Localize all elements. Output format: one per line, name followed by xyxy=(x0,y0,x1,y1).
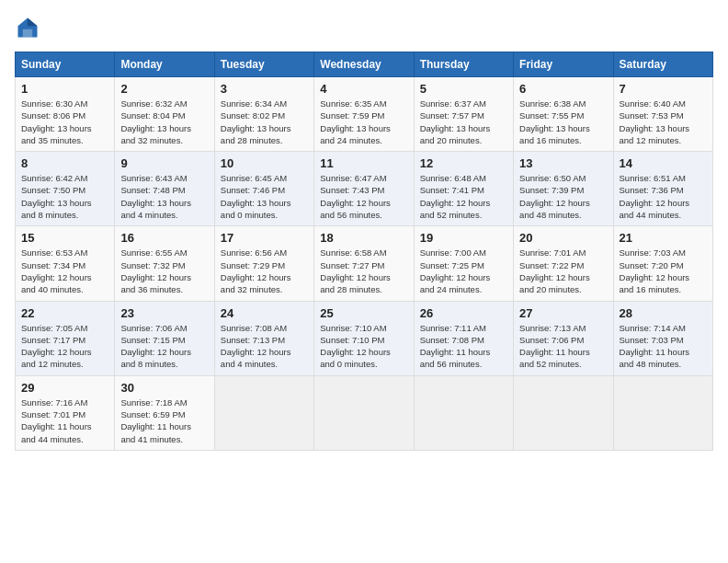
day-number: 9 xyxy=(120,156,208,170)
day-number: 18 xyxy=(320,231,407,245)
calendar-table: SundayMondayTuesdayWednesdayThursdayFrid… xyxy=(15,52,713,451)
calendar-cell: 16Sunrise: 6:55 AM Sunset: 7:32 PM Dayli… xyxy=(115,226,214,301)
day-number: 3 xyxy=(221,82,308,96)
day-info: Sunrise: 7:18 AM Sunset: 6:59 PM Dayligh… xyxy=(120,396,208,445)
day-info: Sunrise: 7:01 AM Sunset: 7:22 PM Dayligh… xyxy=(519,247,607,295)
day-number: 12 xyxy=(420,156,507,170)
day-number: 4 xyxy=(320,82,407,96)
calendar-cell xyxy=(314,375,414,450)
day-number: 23 xyxy=(120,306,208,320)
day-info: Sunrise: 6:37 AM Sunset: 7:57 PM Dayligh… xyxy=(420,98,507,146)
day-number: 20 xyxy=(519,231,607,245)
day-info: Sunrise: 6:50 AM Sunset: 7:39 PM Dayligh… xyxy=(519,172,607,221)
day-number: 19 xyxy=(420,231,507,245)
calendar-cell: 18Sunrise: 6:58 AM Sunset: 7:27 PM Dayli… xyxy=(314,226,414,301)
calendar-cell: 4Sunrise: 6:35 AM Sunset: 7:59 PM Daylig… xyxy=(314,77,414,152)
col-header-saturday: Saturday xyxy=(613,52,712,77)
day-number: 8 xyxy=(21,156,108,170)
col-header-wednesday: Wednesday xyxy=(314,52,414,77)
day-number: 22 xyxy=(21,306,108,320)
day-info: Sunrise: 6:43 AM Sunset: 7:48 PM Dayligh… xyxy=(120,172,208,221)
calendar-cell xyxy=(613,375,712,450)
day-info: Sunrise: 6:35 AM Sunset: 7:59 PM Dayligh… xyxy=(320,98,407,146)
col-header-sunday: Sunday xyxy=(16,52,115,77)
day-number: 10 xyxy=(221,156,308,170)
calendar-week-row: 1Sunrise: 6:30 AM Sunset: 8:06 PM Daylig… xyxy=(16,77,713,152)
calendar-cell: 9Sunrise: 6:43 AM Sunset: 7:48 PM Daylig… xyxy=(115,152,214,226)
day-number: 26 xyxy=(420,306,507,320)
day-info: Sunrise: 7:06 AM Sunset: 7:15 PM Dayligh… xyxy=(120,322,208,371)
calendar-cell: 11Sunrise: 6:47 AM Sunset: 7:43 PM Dayli… xyxy=(314,152,414,226)
calendar-cell: 8Sunrise: 6:42 AM Sunset: 7:50 PM Daylig… xyxy=(16,152,115,226)
day-info: Sunrise: 6:47 AM Sunset: 7:43 PM Dayligh… xyxy=(320,172,407,221)
day-number: 6 xyxy=(519,82,607,96)
calendar-cell: 24Sunrise: 7:08 AM Sunset: 7:13 PM Dayli… xyxy=(214,301,313,375)
day-number: 5 xyxy=(420,82,507,96)
col-header-tuesday: Tuesday xyxy=(214,52,313,77)
day-number: 24 xyxy=(221,306,308,320)
calendar-cell: 14Sunrise: 6:51 AM Sunset: 7:36 PM Dayli… xyxy=(613,152,712,226)
calendar-cell: 30Sunrise: 7:18 AM Sunset: 6:59 PM Dayli… xyxy=(115,375,214,450)
calendar-week-row: 15Sunrise: 6:53 AM Sunset: 7:34 PM Dayli… xyxy=(16,226,713,301)
day-info: Sunrise: 6:53 AM Sunset: 7:34 PM Dayligh… xyxy=(21,247,108,295)
calendar-cell: 7Sunrise: 6:40 AM Sunset: 7:53 PM Daylig… xyxy=(613,77,712,152)
day-info: Sunrise: 6:34 AM Sunset: 8:02 PM Dayligh… xyxy=(221,98,308,146)
day-number: 25 xyxy=(320,306,407,320)
calendar-cell: 29Sunrise: 7:16 AM Sunset: 7:01 PM Dayli… xyxy=(16,375,115,450)
calendar-cell xyxy=(214,375,313,450)
calendar-cell: 5Sunrise: 6:37 AM Sunset: 7:57 PM Daylig… xyxy=(414,77,513,152)
calendar-cell: 26Sunrise: 7:11 AM Sunset: 7:08 PM Dayli… xyxy=(414,301,513,375)
logo xyxy=(15,15,44,40)
day-info: Sunrise: 6:45 AM Sunset: 7:46 PM Dayligh… xyxy=(221,172,308,221)
calendar-week-row: 22Sunrise: 7:05 AM Sunset: 7:17 PM Dayli… xyxy=(16,301,713,375)
calendar-cell: 1Sunrise: 6:30 AM Sunset: 8:06 PM Daylig… xyxy=(16,77,115,152)
col-header-monday: Monday xyxy=(115,52,214,77)
day-number: 17 xyxy=(221,231,308,245)
day-info: Sunrise: 6:30 AM Sunset: 8:06 PM Dayligh… xyxy=(21,98,108,146)
day-info: Sunrise: 6:58 AM Sunset: 7:27 PM Dayligh… xyxy=(320,247,407,295)
calendar-cell: 12Sunrise: 6:48 AM Sunset: 7:41 PM Dayli… xyxy=(414,152,513,226)
day-number: 11 xyxy=(320,156,407,170)
day-info: Sunrise: 7:14 AM Sunset: 7:03 PM Dayligh… xyxy=(620,322,707,371)
col-header-friday: Friday xyxy=(514,52,613,77)
day-info: Sunrise: 7:13 AM Sunset: 7:06 PM Dayligh… xyxy=(519,322,607,371)
calendar-week-row: 29Sunrise: 7:16 AM Sunset: 7:01 PM Dayli… xyxy=(16,375,713,450)
day-number: 16 xyxy=(120,231,208,245)
calendar-cell: 3Sunrise: 6:34 AM Sunset: 8:02 PM Daylig… xyxy=(214,77,313,152)
calendar-cell: 6Sunrise: 6:38 AM Sunset: 7:55 PM Daylig… xyxy=(514,77,613,152)
day-number: 14 xyxy=(620,156,707,170)
day-info: Sunrise: 6:42 AM Sunset: 7:50 PM Dayligh… xyxy=(21,172,108,221)
calendar-cell: 13Sunrise: 6:50 AM Sunset: 7:39 PM Dayli… xyxy=(514,152,613,226)
calendar-cell: 28Sunrise: 7:14 AM Sunset: 7:03 PM Dayli… xyxy=(613,301,712,375)
col-header-thursday: Thursday xyxy=(414,52,513,77)
day-info: Sunrise: 6:56 AM Sunset: 7:29 PM Dayligh… xyxy=(221,247,308,295)
calendar-cell: 10Sunrise: 6:45 AM Sunset: 7:46 PM Dayli… xyxy=(214,152,313,226)
calendar-cell: 17Sunrise: 6:56 AM Sunset: 7:29 PM Dayli… xyxy=(214,226,313,301)
day-number: 21 xyxy=(620,231,707,245)
logo-icon xyxy=(15,15,40,40)
calendar-cell: 25Sunrise: 7:10 AM Sunset: 7:10 PM Dayli… xyxy=(314,301,414,375)
calendar-week-row: 8Sunrise: 6:42 AM Sunset: 7:50 PM Daylig… xyxy=(16,152,713,226)
day-number: 15 xyxy=(21,231,108,245)
calendar-cell: 2Sunrise: 6:32 AM Sunset: 8:04 PM Daylig… xyxy=(115,77,214,152)
day-info: Sunrise: 7:16 AM Sunset: 7:01 PM Dayligh… xyxy=(21,396,108,445)
calendar-cell: 22Sunrise: 7:05 AM Sunset: 7:17 PM Dayli… xyxy=(16,301,115,375)
day-info: Sunrise: 6:55 AM Sunset: 7:32 PM Dayligh… xyxy=(120,247,208,295)
day-info: Sunrise: 7:00 AM Sunset: 7:25 PM Dayligh… xyxy=(420,247,507,295)
calendar-cell: 20Sunrise: 7:01 AM Sunset: 7:22 PM Dayli… xyxy=(514,226,613,301)
day-number: 1 xyxy=(21,82,108,96)
day-number: 30 xyxy=(120,381,208,395)
day-number: 2 xyxy=(120,82,208,96)
calendar-cell: 27Sunrise: 7:13 AM Sunset: 7:06 PM Dayli… xyxy=(514,301,613,375)
day-info: Sunrise: 6:32 AM Sunset: 8:04 PM Dayligh… xyxy=(120,98,208,146)
day-number: 13 xyxy=(519,156,607,170)
calendar-cell: 15Sunrise: 6:53 AM Sunset: 7:34 PM Dayli… xyxy=(16,226,115,301)
day-number: 27 xyxy=(519,306,607,320)
day-info: Sunrise: 6:40 AM Sunset: 7:53 PM Dayligh… xyxy=(620,98,707,146)
calendar-header-row: SundayMondayTuesdayWednesdayThursdayFrid… xyxy=(16,52,713,77)
day-number: 7 xyxy=(620,82,707,96)
day-info: Sunrise: 6:38 AM Sunset: 7:55 PM Dayligh… xyxy=(519,98,607,146)
day-info: Sunrise: 6:48 AM Sunset: 7:41 PM Dayligh… xyxy=(420,172,507,221)
day-info: Sunrise: 6:51 AM Sunset: 7:36 PM Dayligh… xyxy=(620,172,707,221)
calendar-cell: 21Sunrise: 7:03 AM Sunset: 7:20 PM Dayli… xyxy=(613,226,712,301)
